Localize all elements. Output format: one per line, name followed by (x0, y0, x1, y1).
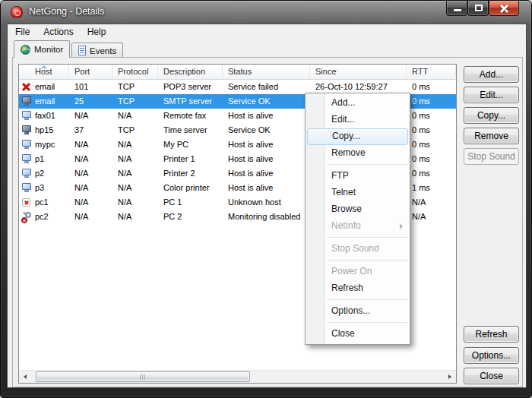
maximize-icon (475, 5, 483, 11)
menu-item-copy[interactable]: Copy... (307, 128, 408, 145)
column-header-port[interactable]: Port (69, 65, 112, 80)
cell-status: Host is alive (223, 109, 310, 123)
column-header-since[interactable]: Since (310, 65, 407, 80)
cell-text: Printer 2 (163, 169, 195, 178)
cell-host: hp15 (19, 123, 69, 137)
host-alive-icon (21, 169, 32, 178)
cell-protocol: N/A (112, 137, 158, 152)
scroll-thumb[interactable] (36, 371, 250, 382)
menu-item-refresh[interactable]: Refresh (306, 280, 410, 297)
cell-port: N/A (69, 181, 112, 195)
cell-host: pc2 (19, 210, 69, 224)
cell-host: mypc (19, 137, 69, 152)
cell-text: PC 2 (163, 212, 182, 221)
column-header-description[interactable]: Description (158, 65, 223, 80)
menu-item-ftp[interactable]: FTP (306, 168, 410, 185)
menubar-item-help[interactable]: Help (81, 25, 112, 40)
stop-sound-button: Stop Sound (464, 148, 519, 165)
scroll-right-icon (448, 374, 451, 379)
add-button[interactable]: Add... (464, 66, 519, 83)
cell-rtt: 0 ms (407, 137, 456, 152)
menu-separator (328, 237, 407, 238)
cell-rtt: N/A (407, 195, 456, 210)
maximize-button[interactable] (467, 1, 489, 16)
refresh-button[interactable]: Refresh (464, 326, 519, 343)
menu-item-browse[interactable]: Browse (306, 201, 410, 218)
menu-item-label: Refresh (331, 283, 363, 293)
cell-text: N/A (74, 140, 88, 149)
horizontal-scrollbar[interactable] (19, 370, 456, 383)
cell-host: email (19, 94, 69, 109)
menubar-item-actions[interactable]: Actions (37, 25, 79, 40)
cell-protocol: TCP (112, 123, 158, 137)
options-button[interactable]: Options... (464, 347, 519, 364)
cell-text: N/A (118, 154, 131, 163)
menu-item-power-on: Power On (306, 264, 410, 280)
globe-icon (21, 45, 30, 55)
cell-text: N/A (118, 212, 131, 221)
edit-button[interactable]: Edit... (464, 87, 519, 103)
cell-status: Unknown host (223, 195, 310, 210)
cell-text: Time server (163, 125, 207, 134)
column-header-protocol[interactable]: Protocol (112, 65, 158, 80)
minimize-button[interactable] (446, 1, 467, 16)
cell-description: Color printer (158, 181, 223, 195)
host-alive-icon (21, 140, 32, 150)
cell-rtt: 0 ms (407, 152, 456, 166)
menu-item-edit[interactable]: Edit... (306, 112, 410, 128)
column-header-status[interactable]: Status (223, 65, 310, 80)
cell-protocol: N/A (112, 109, 158, 123)
menu-separator (328, 260, 407, 261)
cell-port: N/A (69, 166, 112, 181)
menu-item-label: Options... (331, 305, 370, 316)
title-bar[interactable]: NetGong - Details (1, 1, 531, 24)
cell-host: pc1 (19, 195, 69, 210)
copy-button[interactable]: Copy... (464, 107, 519, 124)
tab-monitor[interactable]: Monitor (14, 40, 70, 58)
menu-item-telnet[interactable]: Telnet (306, 185, 410, 201)
scroll-left-button[interactable] (19, 371, 32, 383)
menu-separator (328, 299, 407, 300)
close-button[interactable] (489, 1, 519, 16)
cell-text: N/A (74, 183, 88, 192)
menu-item-label: Close (331, 328, 355, 339)
cell-port: 25 (69, 94, 112, 109)
menu-item-add[interactable]: Add... (306, 95, 410, 112)
context-menu: Add...Edit...Copy...RemoveFTPTelnetBrows… (305, 93, 410, 345)
cell-text: fax01 (35, 111, 55, 120)
scroll-right-button[interactable] (443, 371, 456, 383)
host-alive-icon (21, 111, 32, 121)
cell-text: N/A (74, 154, 88, 163)
cell-text: mypc (35, 140, 55, 149)
cell-text: Service OK (228, 96, 271, 106)
menu-item-close[interactable]: Close (306, 326, 410, 343)
cell-status: Host is alive (223, 152, 310, 166)
menu-item-label: Copy... (332, 131, 360, 141)
cell-rtt: 0 ms (407, 109, 456, 123)
column-header-label: RTT (412, 67, 428, 76)
remove-button[interactable]: Remove (464, 128, 519, 144)
cell-text: TCP (118, 82, 135, 91)
cell-text: N/A (118, 140, 131, 149)
cell-port: N/A (69, 210, 112, 224)
cell-text: p2 (35, 169, 44, 178)
menu-item-options[interactable]: Options... (306, 303, 410, 320)
close-button[interactable]: Close (464, 368, 519, 384)
cell-port: 101 (69, 80, 112, 94)
tab-label: Events (90, 46, 116, 55)
column-header-host[interactable]: Host (19, 65, 69, 80)
host-service-icon (21, 125, 32, 135)
cell-description: PC 1 (158, 195, 223, 210)
cell-text: email (35, 96, 55, 106)
cell-text: N/A (74, 111, 88, 120)
column-header-rtt[interactable]: RTT (407, 65, 456, 80)
cell-host: p1 (19, 152, 69, 166)
menu-item-remove[interactable]: Remove (306, 145, 410, 162)
menu-separator (328, 322, 407, 323)
cell-text: Host is alive (228, 140, 273, 149)
cell-text: p3 (35, 183, 44, 192)
menubar-item-file[interactable]: File (9, 25, 36, 40)
tab-events[interactable]: Events (71, 43, 123, 58)
cell-text: pc1 (35, 197, 49, 207)
cell-text: 101 (74, 82, 88, 91)
